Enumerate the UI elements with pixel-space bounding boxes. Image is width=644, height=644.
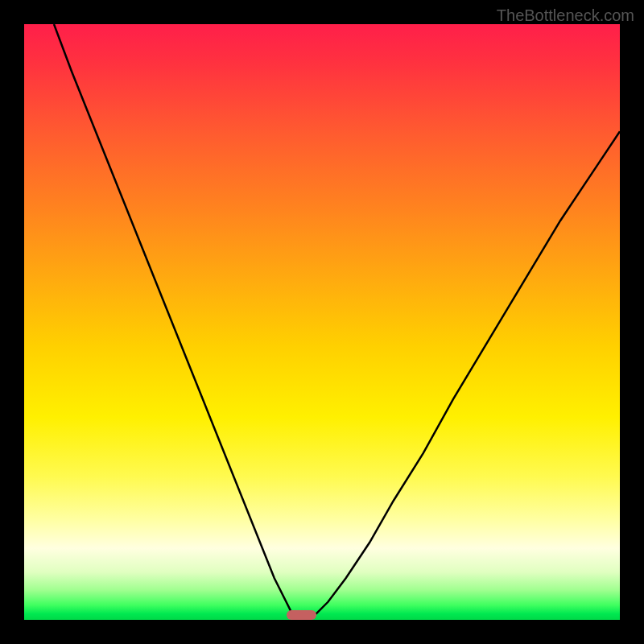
curve-overlay — [24, 24, 620, 620]
watermark-text: TheBottleneck.com — [497, 6, 634, 25]
right-curve-line — [316, 131, 620, 613]
bottleneck-marker — [287, 610, 316, 620]
chart-plot-area — [24, 24, 620, 620]
left-curve-line — [54, 24, 292, 614]
